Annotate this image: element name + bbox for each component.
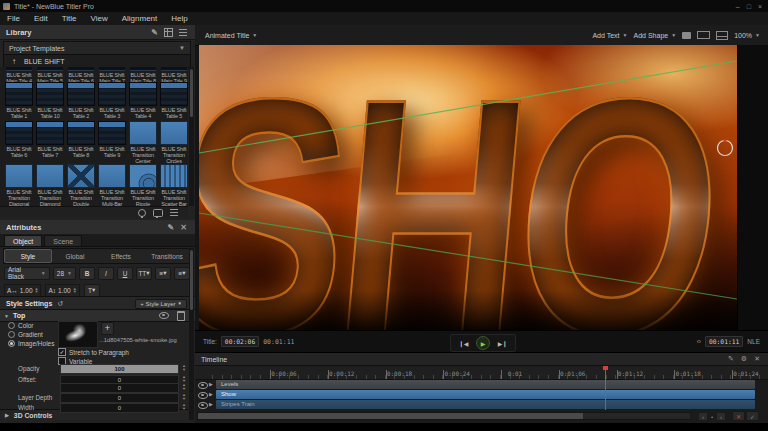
- template-thumbnail[interactable]: [5, 164, 33, 188]
- template-thumbnail[interactable]: [98, 121, 126, 145]
- timeline-scrollbar[interactable]: [197, 412, 691, 420]
- gear-icon[interactable]: ⚙: [741, 355, 747, 363]
- caps-button[interactable]: TT▾: [136, 267, 152, 280]
- template-thumbnail[interactable]: [130, 67, 156, 71]
- checkbox-stretch-to-paragraph[interactable]: ✓Stretch to Paragraph: [58, 348, 129, 356]
- text-options-button[interactable]: T▾: [84, 284, 100, 297]
- opacity-slider[interactable]: 100: [60, 364, 179, 374]
- close-timeline-icon[interactable]: ✕: [754, 355, 760, 363]
- timeline-ruler[interactable]: 0:00:060:00:120:00:180:00:240:010:01:060…: [195, 366, 768, 380]
- template-thumbnail[interactable]: [68, 67, 94, 71]
- stepper-arrows-icon[interactable]: ▲▼: [182, 383, 186, 390]
- track-clip-bar[interactable]: Show: [216, 390, 755, 399]
- param-field[interactable]: 0: [60, 393, 179, 403]
- timeline-zoom-in-button[interactable]: ›: [716, 412, 726, 421]
- pencil-icon[interactable]: ✎: [168, 223, 175, 232]
- timeline-zoom-handle[interactable]: •: [711, 414, 713, 420]
- menu-edit[interactable]: Edit: [27, 14, 55, 23]
- close-panel-icon[interactable]: ✕: [180, 223, 187, 232]
- leading-stepper[interactable]: A↕ 1.00 ▲▼: [45, 284, 79, 297]
- template-thumbnail[interactable]: [129, 82, 157, 106]
- param-field[interactable]: 0: [60, 383, 179, 393]
- expand-track-icon[interactable]: ▶: [209, 391, 213, 397]
- cancel-button[interactable]: ✕: [732, 411, 745, 421]
- maximize-button[interactable]: □: [747, 3, 751, 10]
- template-item[interactable]: BLUE Shift Table 1: [4, 82, 34, 119]
- template-item[interactable]: BLUE Shift Transition Circles: [159, 121, 188, 165]
- current-timecode[interactable]: 00:02:06: [221, 336, 259, 347]
- template-thumbnail[interactable]: [160, 164, 188, 188]
- bold-button[interactable]: B: [79, 267, 95, 280]
- template-thumbnail[interactable]: [160, 82, 188, 106]
- menu-title[interactable]: Title: [55, 14, 84, 23]
- title-mode-select[interactable]: Animated Title ▼: [205, 32, 257, 39]
- menu-icon[interactable]: [179, 29, 187, 36]
- end-timecode[interactable]: 00:01:11: [705, 336, 743, 347]
- track-clip-bar[interactable]: Levels: [216, 380, 755, 389]
- template-item[interactable]: BLUE Shift Table 6: [4, 121, 34, 158]
- visibility-eye-icon[interactable]: [198, 392, 208, 399]
- rotation-handle-dot[interactable]: [723, 139, 726, 142]
- pencil-icon[interactable]: ✎: [728, 355, 734, 363]
- template-thumbnail[interactable]: [36, 164, 64, 188]
- template-item[interactable]: BLUE Shift Transition Multi-Bar: [97, 164, 127, 206]
- expand-icon[interactable]: ▶: [0, 412, 14, 418]
- add-image-button[interactable]: +: [101, 322, 114, 335]
- template-item[interactable]: BLUE Shift Transition Diamond: [35, 164, 65, 206]
- visibility-eye-icon[interactable]: [198, 382, 208, 389]
- collapse-icon[interactable]: ▼: [0, 313, 13, 319]
- timeline-zoom-out-button[interactable]: ‹: [698, 412, 708, 421]
- template-thumbnail[interactable]: [67, 121, 95, 145]
- minimize-button[interactable]: –: [736, 3, 740, 10]
- template-thumbnail[interactable]: [160, 121, 188, 145]
- visibility-eye-icon[interactable]: [198, 402, 208, 409]
- fill-radio-gradient[interactable]: Gradient: [8, 331, 43, 338]
- expand-track-icon[interactable]: ▶: [209, 381, 213, 387]
- track-clip-bar[interactable]: Stripes Train: [216, 400, 755, 409]
- up-arrow-icon[interactable]: ↑: [4, 57, 24, 66]
- apply-button[interactable]: ✓: [746, 411, 759, 421]
- template-item[interactable]: BLUE Shift Table 7: [35, 121, 65, 158]
- tab-object[interactable]: Object: [4, 235, 42, 246]
- monitor-icon[interactable]: [716, 31, 728, 40]
- image-fill-thumbnail[interactable]: [58, 321, 98, 348]
- close-button[interactable]: ×: [758, 3, 762, 10]
- preview-canvas[interactable]: SHO: [199, 45, 737, 330]
- font-size-select[interactable]: 28 ▼: [53, 267, 76, 280]
- menu-alignment[interactable]: Alignment: [115, 14, 165, 23]
- attributes-scrollbar[interactable]: [189, 248, 194, 420]
- template-item[interactable]: BLUE Shift Transition Scatter Bar: [159, 164, 188, 206]
- font-family-select[interactable]: Arial Black ▼: [4, 267, 50, 280]
- align-horizontal-button[interactable]: ≡▾: [155, 267, 171, 280]
- reset-icon[interactable]: ↺: [57, 300, 63, 308]
- safe-area-icon[interactable]: [682, 32, 691, 39]
- template-thumbnail[interactable]: [36, 82, 64, 106]
- subtab-effects[interactable]: Effects: [98, 249, 144, 263]
- rotation-handle-icon[interactable]: [718, 141, 733, 156]
- widescreen-icon[interactable]: [697, 31, 710, 39]
- stepper-arrows-icon[interactable]: ▲▼: [182, 393, 186, 400]
- loop-range-icon[interactable]: ‹›: [697, 338, 701, 345]
- list-view-icon[interactable]: [170, 209, 178, 216]
- add-shape-button[interactable]: Add Shape ▼: [634, 32, 677, 39]
- stepper-arrows-icon[interactable]: ▲▼: [182, 375, 186, 382]
- delete-trash-icon[interactable]: [177, 311, 185, 321]
- template-thumbnail[interactable]: [5, 82, 33, 106]
- underline-button[interactable]: U: [117, 267, 133, 280]
- go-to-start-button[interactable]: ❙◀: [457, 338, 470, 348]
- menu-view[interactable]: View: [84, 14, 115, 23]
- zoom-level-select[interactable]: 100% ▼: [734, 32, 760, 39]
- kerning-stepper[interactable]: A↔ 1.00 ▲▼: [4, 284, 41, 297]
- menu-file[interactable]: File: [0, 14, 27, 23]
- template-thumbnail[interactable]: [5, 121, 33, 145]
- template-item[interactable]: BLUE Shift Table 4: [128, 82, 158, 119]
- motion-path-line-lower[interactable]: [199, 213, 737, 299]
- template-item[interactable]: BLUE Shift Table 10: [35, 82, 65, 119]
- subtab-transitions[interactable]: Transitions: [144, 249, 190, 263]
- bulb-icon[interactable]: [138, 209, 146, 217]
- subtab-global[interactable]: Global: [52, 249, 98, 263]
- param-field[interactable]: 0: [60, 403, 179, 413]
- template-thumbnail[interactable]: [67, 164, 95, 188]
- library-scrollbar[interactable]: [189, 67, 194, 206]
- italic-button[interactable]: I: [98, 267, 114, 280]
